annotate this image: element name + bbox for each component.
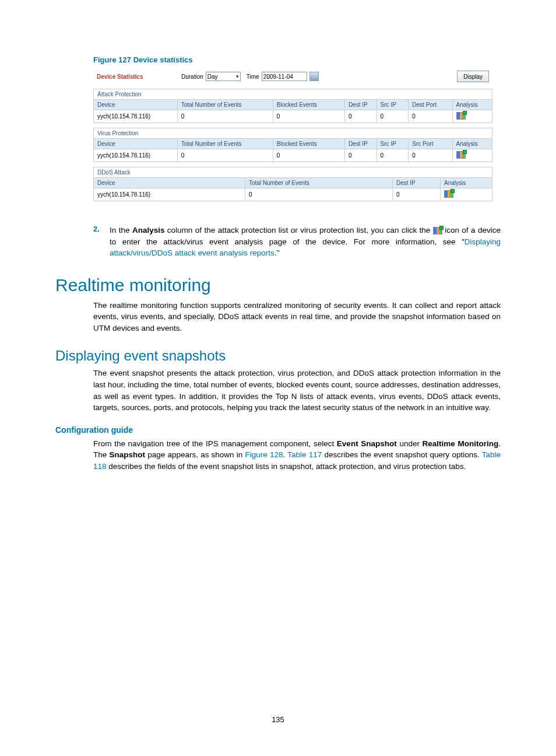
step-number: 2. — [93, 225, 99, 233]
cell: 0 — [273, 149, 344, 162]
t: Realtime Monitoring — [423, 439, 499, 448]
section-title: DDoS Attack — [94, 167, 492, 178]
col-header: Analysis — [452, 139, 492, 149]
col-header: Device — [94, 139, 178, 149]
step-2: 2. In the Analysis column of the attack … — [55, 225, 501, 259]
heading-displaying-event-snapshots: Displaying event snapshots — [55, 348, 501, 364]
cell: 0 — [177, 110, 273, 123]
paragraph: The event snapshot presents the attack p… — [93, 368, 501, 413]
duration-label: Duration — [181, 74, 203, 80]
cell: 0 — [273, 110, 344, 123]
paragraph: The realtime monitoring function support… — [93, 300, 501, 334]
cell: 0 — [177, 149, 273, 162]
col-header: Analysis — [452, 100, 492, 110]
col-header: Device — [94, 178, 245, 188]
cell: 0 — [409, 149, 452, 162]
controls-row: Device Statistics Duration Day ▾ Time 20… — [93, 69, 492, 84]
cell: 0 — [344, 110, 376, 123]
chevron-down-icon: ▾ — [236, 74, 239, 79]
analysis-icon — [433, 227, 442, 235]
t: ." — [275, 249, 280, 257]
col-header: Total Number of Events — [177, 139, 273, 149]
cell: yych(10.154.78.116) — [94, 110, 178, 123]
table-row: yych(10.154.78.116) 0 0 — [94, 188, 492, 201]
table-row: yych(10.154.78.116) 0 0 0 0 0 — [94, 110, 492, 123]
time-input[interactable]: 2009-11-04 — [262, 72, 307, 81]
col-header: Blocked Events — [273, 100, 344, 110]
time-value: 2009-11-04 — [263, 74, 293, 80]
t: From the navigation tree of the IPS mana… — [93, 439, 337, 448]
display-button[interactable]: Display — [457, 71, 489, 82]
t: under — [397, 439, 423, 448]
duration-select[interactable]: Day ▾ — [206, 72, 241, 81]
calendar-icon[interactable] — [309, 72, 319, 81]
paragraph: From the navigation tree of the IPS mana… — [93, 438, 501, 473]
duration-value: Day — [207, 74, 218, 80]
panel-title: Device Statistics — [97, 74, 181, 80]
col-header: Total Number of Events — [177, 100, 273, 110]
section-title: Virus Protection — [94, 128, 492, 139]
analysis-cell — [452, 110, 492, 123]
t: column of the attack protection list or … — [164, 226, 432, 235]
table-row: yych(10.154.78.116) 0 0 0 0 0 — [94, 149, 492, 162]
section-title: Attack Protection — [94, 89, 492, 100]
link-table-117[interactable]: Table 117 — [287, 450, 322, 459]
col-header: Dest IP — [392, 178, 440, 188]
analysis-icon[interactable] — [456, 151, 466, 159]
cell: yych(10.154.78.116) — [94, 188, 245, 201]
figure-caption: Figure 127 Device statistics — [93, 55, 501, 64]
time-label: Time — [247, 74, 259, 80]
col-header: Src Port — [409, 139, 452, 149]
step-text: In the Analysis column of the attack pro… — [110, 225, 501, 259]
analysis-icon[interactable] — [456, 112, 466, 120]
t: Analysis — [132, 226, 165, 235]
link-figure-128[interactable]: Figure 128 — [245, 450, 283, 459]
col-header: Dest IP — [344, 100, 376, 110]
cell: 0 — [376, 110, 409, 123]
ddos-attack-table: DDoS Attack Device Total Number of Event… — [93, 167, 492, 201]
virus-protection-table: Virus Protection Device Total Number of … — [93, 128, 492, 162]
page-number: 135 — [0, 715, 556, 724]
t: Snapshot — [109, 450, 145, 459]
col-header: Blocked Events — [273, 139, 344, 149]
cell: 0 — [392, 188, 440, 201]
col-header: Device — [94, 100, 178, 110]
cell: 0 — [376, 149, 409, 162]
t: Event Snapshot — [337, 439, 397, 448]
device-statistics-panel: Device Statistics Duration Day ▾ Time 20… — [93, 69, 492, 201]
analysis-icon[interactable] — [444, 190, 453, 198]
t: describes the fields of the event snapsh… — [107, 462, 466, 471]
cell: yych(10.154.78.116) — [94, 149, 178, 162]
col-header: Dest IP — [344, 139, 376, 149]
cell: 0 — [409, 110, 452, 123]
analysis-cell — [441, 188, 492, 201]
col-header: Total Number of Events — [245, 178, 392, 188]
analysis-cell — [452, 149, 492, 162]
heading-realtime-monitoring: Realtime monitoring — [55, 275, 501, 295]
heading-configuration-guide: Configuration guide — [55, 425, 501, 435]
col-header: Src IP — [376, 139, 409, 149]
cell: 0 — [344, 149, 376, 162]
col-header: Src IP — [376, 100, 409, 110]
col-header: Analysis — [441, 178, 492, 188]
t: describes the event snapshot query optio… — [322, 450, 482, 459]
attack-protection-table: Attack Protection Device Total Number of… — [93, 89, 492, 123]
t: In the — [110, 226, 132, 235]
t: page appears, as shown in — [145, 450, 245, 459]
col-header: Dest Port — [409, 100, 452, 110]
cell: 0 — [245, 188, 392, 201]
